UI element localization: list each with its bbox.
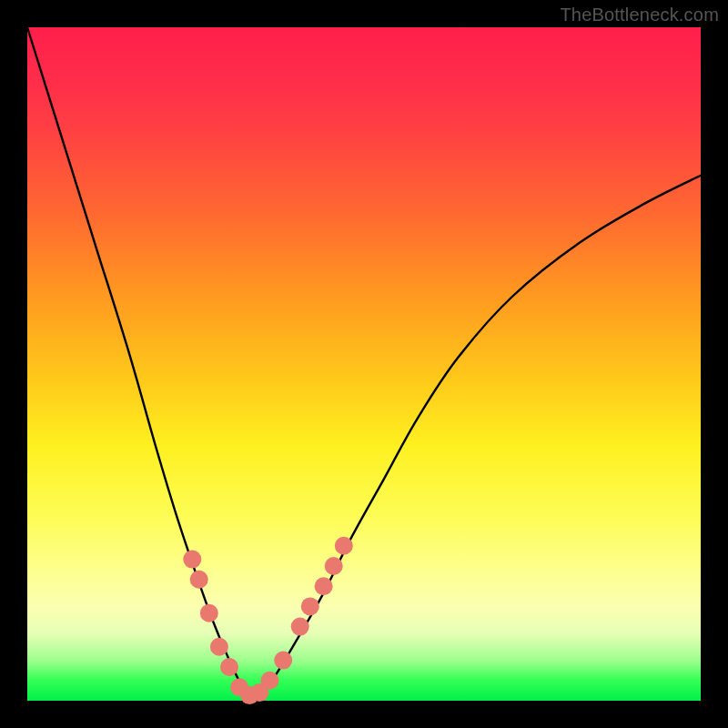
chart-frame: TheBottleneck.com bbox=[0, 0, 728, 728]
highlight-dot bbox=[335, 537, 353, 555]
highlight-dot bbox=[325, 557, 343, 575]
watermark-text: TheBottleneck.com bbox=[560, 5, 719, 25]
highlight-dot bbox=[220, 658, 238, 676]
highlight-dot bbox=[291, 618, 309, 636]
highlight-dot bbox=[315, 577, 333, 595]
highlight-dot bbox=[260, 672, 278, 690]
highlight-dot bbox=[190, 571, 208, 589]
chart-overlay-svg bbox=[27, 27, 701, 701]
highlight-dot bbox=[274, 652, 292, 670]
highlight-dots-group bbox=[183, 537, 352, 704]
highlight-dot bbox=[301, 597, 319, 615]
highlight-dot bbox=[200, 604, 218, 622]
bottleneck-curve bbox=[27, 27, 701, 697]
highlight-dot bbox=[210, 638, 228, 656]
highlight-dot bbox=[183, 551, 201, 569]
